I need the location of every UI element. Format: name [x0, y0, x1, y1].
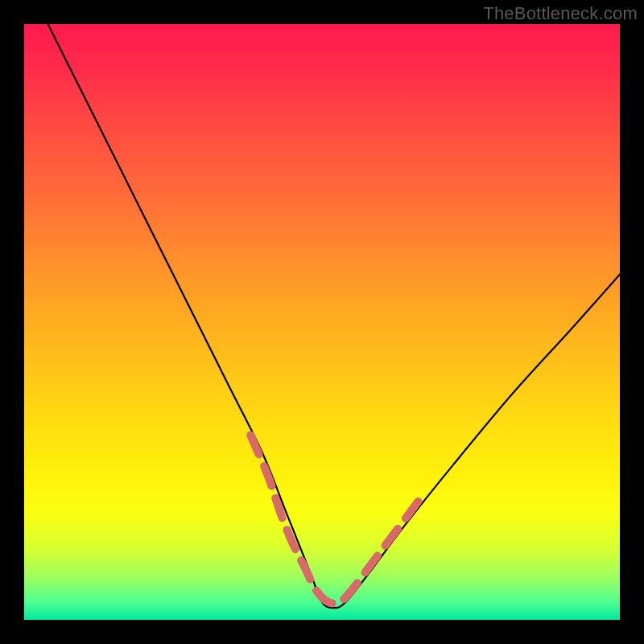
chart-svg: [24, 24, 620, 620]
watermark-text: TheBottleneck.com: [483, 3, 638, 24]
highlight-dash-path: [250, 436, 423, 604]
plot-area: [24, 24, 620, 620]
bottleneck-curve-path: [48, 24, 620, 608]
outer-frame: TheBottleneck.com: [0, 0, 644, 644]
